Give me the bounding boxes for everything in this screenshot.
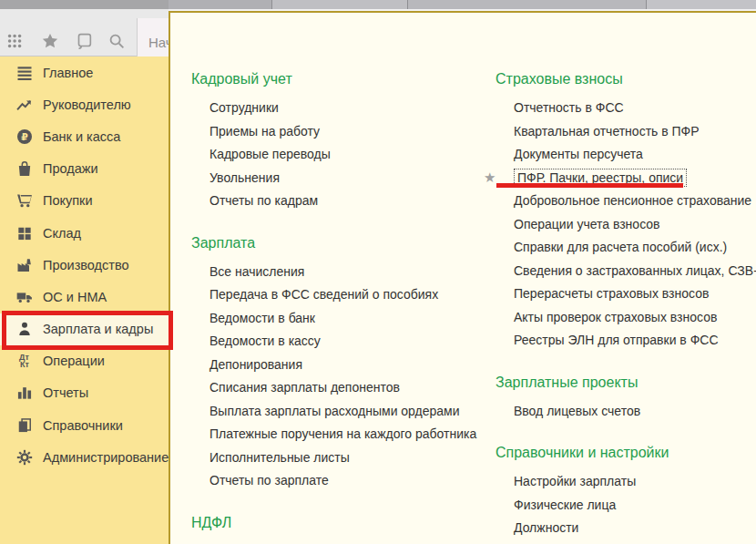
sidebar-item-справочники[interactable]: Справочники — [0, 409, 169, 441]
menu-section: НДФЛВсе документы по НДФЛ — [209, 514, 494, 544]
sidebar-item-покупки[interactable]: Покупки — [0, 185, 169, 217]
menu-item[interactable]: Справки для расчета пособий (исх.) — [514, 235, 756, 259]
menu-item[interactable]: Квартальная отчетность в ПФР — [514, 119, 756, 143]
menu-item-label: Отчеты по кадрам — [209, 193, 318, 208]
menu-item-label: Сведения о застрахованных лицах, СЗВ-М — [514, 263, 756, 278]
gear-icon — [15, 447, 34, 467]
menu-item[interactable]: Добровольное пенсионное страхование — [514, 189, 756, 212]
menu-item[interactable]: Ведомости в банк — [209, 306, 494, 330]
menu-item-label: Кадровые переводы — [209, 147, 331, 161]
menu-item[interactable]: Платежные поручения на каждого работника — [209, 422, 494, 446]
menu-item[interactable]: Ввод лицевых счетов — [514, 399, 756, 423]
menu-item[interactable]: Настройки зарплаты — [514, 469, 756, 493]
menu-item[interactable]: Должности — [514, 516, 756, 539]
sidebar-item-label: Производство — [43, 258, 129, 272]
menu-item-label: Ведомости в банк — [209, 311, 315, 325]
titlebar-segment — [408, 0, 647, 9]
menu-item-label: Приемы на работу — [209, 124, 320, 139]
menu-item[interactable]: Передача в ФСС сведений о пособиях — [209, 282, 494, 306]
sidebar-item-главное[interactable]: Главное — [0, 56, 169, 88]
menu-item-label: ПФР. Пачки, реестры, описи — [514, 169, 687, 187]
menu-item[interactable]: Перерасчеты страховых взносов — [514, 282, 756, 305]
menu-item-label: Передача в ФСС сведений о пособиях — [209, 287, 438, 302]
bar-chart-icon — [15, 384, 34, 403]
menu-item-label: Ведомости в кассу — [209, 334, 321, 348]
main-toolbar: Нач — [0, 9, 169, 56]
menu-item[interactable]: Сведения о застрахованных лицах, СЗВ-М — [514, 259, 756, 282]
sidebar-item-зарплата-и-кадры[interactable]: Зарплата и кадры — [0, 313, 169, 345]
section-menu-panel: Кадровый учетСотрудникиПриемы на работуК… — [169, 11, 756, 544]
menu-item-label: Отчетность в ФСС — [514, 100, 624, 115]
person-icon — [15, 320, 34, 339]
menu-item-label: Должности — [514, 520, 578, 535]
menu-item[interactable]: Депонирования — [209, 353, 494, 376]
menu-item[interactable]: Отчеты по кадрам — [209, 189, 494, 212]
menu-item[interactable]: Отчеты по зарплате — [209, 468, 494, 492]
menu-item[interactable]: Списания зарплаты депонентов — [209, 375, 494, 399]
history-scroll-icon[interactable] — [74, 31, 94, 51]
menu-item-label: Физические лица — [514, 498, 616, 512]
menu-item[interactable]: Все документы по НДФЛ — [209, 539, 494, 544]
menu-item[interactable]: ★ПФР. Пачки, реестры, описи — [514, 166, 756, 190]
sidebar-item-label: Руководителю — [43, 98, 131, 112]
menu-item-label: Увольнения — [209, 170, 280, 185]
menu-item[interactable]: Реестры ЭЛН для отправки в ФСС — [514, 328, 756, 352]
menu-icon — [15, 63, 34, 82]
sidebar-item-label: Операции — [43, 354, 105, 368]
section-title: Справочники и настройки — [495, 444, 756, 462]
sidebar-item-ос-и-нма[interactable]: ОС и НМА — [0, 281, 169, 313]
menu-item[interactable]: Физические лица — [514, 493, 756, 517]
menu-item[interactable]: Документы персучета — [514, 142, 756, 166]
menu-item-label: Добровольное пенсионное страхование — [514, 193, 751, 208]
menu-item[interactable]: Исполнительные листы — [209, 446, 494, 469]
menu-section: Кадровый учетСотрудникиПриемы на работуК… — [209, 70, 494, 212]
section-title: Кадровый учет — [191, 70, 494, 88]
menu-item[interactable]: Отчетность в ФСС — [514, 96, 756, 119]
section-title: Зарплата — [191, 234, 494, 252]
menu-item-label: Ввод лицевых счетов — [514, 404, 640, 418]
books-icon — [15, 416, 34, 435]
ruble-circle-icon: ₽ — [15, 127, 34, 146]
menu-item[interactable]: Все начисления — [209, 260, 494, 283]
sidebar-item-производство[interactable]: Производство — [0, 249, 169, 281]
sidebar-nav: ГлавноеРуководителю₽Банк и кассаПродажиП… — [0, 56, 169, 544]
menu-item[interactable]: Приемы на работу — [209, 119, 494, 143]
sidebar-item-администрирование[interactable]: Администрирование — [0, 441, 169, 473]
sidebar-item-операции[interactable]: ДтКтОперации — [0, 345, 169, 377]
tab-label: Нач — [148, 35, 169, 50]
menu-item[interactable]: Увольнения — [209, 166, 494, 190]
menu-item-label: Выплата зарплаты расходными ордерами — [209, 404, 460, 418]
menu-section: Страховые взносыОтчетность в ФССКварталь… — [514, 70, 756, 352]
sidebar-item-отчеты[interactable]: Отчеты — [0, 377, 169, 409]
svg-text:₽: ₽ — [21, 131, 28, 142]
menu-item-label: Справки для расчета пособий (исх.) — [514, 240, 727, 254]
section-title: Страховые взносы — [495, 70, 756, 88]
factory-icon — [15, 255, 34, 274]
sidebar-item-label: Справочники — [43, 418, 123, 433]
sidebar-item-label: Отчеты — [43, 385, 88, 400]
menu-item-label: Все начисления — [209, 264, 304, 279]
menu-item[interactable]: Акты проверок страховых взносов — [514, 305, 756, 329]
menu-column-right: Страховые взносыОтчетность в ФССКварталь… — [514, 70, 756, 544]
menu-item[interactable]: Сотрудники — [209, 96, 494, 119]
menu-item[interactable]: Операции учета взносов — [514, 212, 756, 236]
menu-item[interactable]: Кадровые переводы — [209, 142, 494, 166]
sidebar-item-руководителю[interactable]: Руководителю — [0, 88, 169, 120]
menu-item[interactable]: Ведомости в кассу — [209, 329, 494, 353]
sidebar-item-label: Администрирование — [43, 450, 169, 465]
boxes-icon — [15, 223, 34, 242]
menu-item-label: Отчеты по зарплате — [209, 473, 329, 488]
menu-item-label: Перерасчеты страховых взносов — [514, 286, 709, 301]
sidebar-item-склад[interactable]: Склад — [0, 217, 169, 249]
favorite-star-icon[interactable]: ★ — [484, 166, 495, 190]
sidebar-item-продажи[interactable]: Продажи — [0, 153, 169, 185]
titlebar-segment — [169, 0, 272, 9]
menu-item[interactable]: Выплата зарплаты расходными ордерами — [209, 399, 494, 423]
apps-grid-icon[interactable] — [5, 31, 26, 51]
section-title: НДФЛ — [191, 514, 494, 532]
menu-item-label: Документы персучета — [514, 147, 643, 161]
search-icon[interactable] — [107, 31, 127, 51]
favorites-star-icon[interactable] — [40, 31, 60, 51]
sidebar-item-банк-и-касса[interactable]: ₽Банк и касса — [0, 120, 169, 152]
menu-item[interactable]: Зарплатные проекты — [514, 539, 756, 544]
